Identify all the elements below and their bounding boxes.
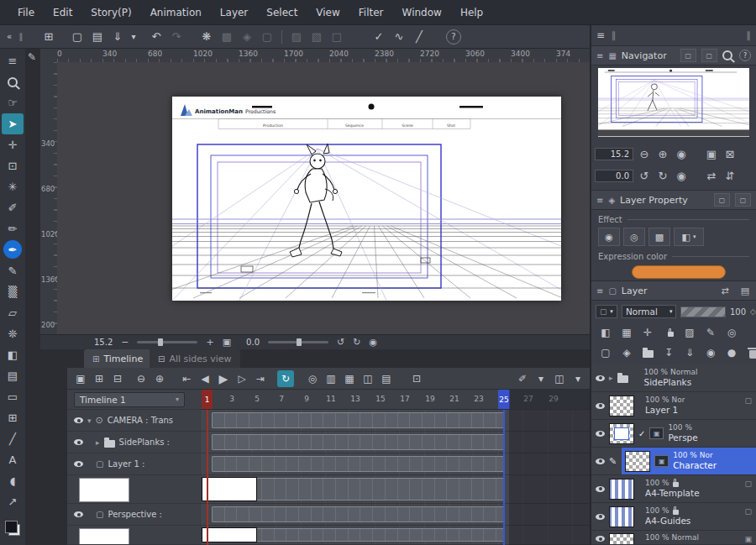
toolbar-grip-icon[interactable]: ∥ — [15, 28, 27, 46]
frame-ruler[interactable]: 1 3 5 7 9 11 13 15 17 19 21 23 25 27 29 — [202, 390, 590, 410]
eyedropper-tool[interactable]: ✐ — [2, 197, 24, 218]
zoom-in-icon[interactable]: + — [206, 337, 213, 348]
straight-line-button[interactable]: ╱ — [409, 28, 429, 46]
edit-timeline-button[interactable]: ✐ — [514, 370, 531, 387]
layer1-cel-preview[interactable] — [202, 477, 257, 501]
collapse-toolbar-icon[interactable]: « — [3, 28, 15, 46]
menu-item[interactable]: Edit — [44, 7, 81, 18]
sideplanks-clip-bar[interactable] — [212, 434, 504, 450]
airbrush-tool[interactable]: ▒ — [2, 281, 24, 302]
zoom-tool[interactable] — [2, 71, 24, 92]
fit-to-screen-icon[interactable]: ▣ — [223, 337, 231, 348]
rotate-cw-icon[interactable]: ↻ — [353, 337, 360, 348]
perspective-cel-preview[interactable] — [202, 527, 257, 542]
layer-thumbnail[interactable] — [609, 396, 634, 417]
specify-cel-button[interactable]: ▦ — [341, 370, 358, 387]
playback-end-marker[interactable]: 25 — [498, 390, 510, 410]
onion-skin-layer-button[interactable]: ◎ — [722, 324, 741, 341]
help-button[interactable]: ? — [446, 29, 461, 45]
balloon-tool[interactable]: ◖ — [2, 470, 24, 491]
perspective-visibility-eye-icon[interactable] — [74, 511, 83, 517]
check-icon[interactable]: ✓ — [638, 429, 645, 438]
nav-rotate-cw-button[interactable]: ↻ — [655, 168, 670, 183]
operation-tool[interactable]: ↗ — [2, 491, 24, 512]
snap-grid-button[interactable]: □ — [327, 28, 347, 46]
layer-palette-menu-icon[interactable]: ≡ — [596, 286, 603, 296]
sideplanks-visibility-eye-icon[interactable] — [74, 439, 83, 445]
enable-keyframes-button[interactable]: ✛ — [638, 324, 657, 341]
track-perspective[interactable]: ▢ Perspective : — [67, 504, 202, 526]
layer-thumbnail[interactable] — [625, 451, 650, 472]
zoom-slider[interactable] — [137, 341, 197, 343]
panel-menu-icon[interactable]: ≡ — [596, 29, 605, 41]
open-file-button[interactable]: ▤ — [87, 28, 108, 46]
set-as-draft-button[interactable]: ✎ — [701, 324, 720, 341]
folder-expand-icon[interactable]: ▸ — [609, 374, 613, 382]
layer1-cel-thumbnail[interactable] — [79, 478, 129, 502]
layer-thumbnail[interactable] — [609, 506, 634, 527]
menu-item[interactable]: Window — [393, 7, 451, 18]
perspective-cel-thumbnail[interactable] — [79, 528, 129, 545]
transfer-to-lower-button[interactable]: ↧ — [659, 344, 678, 361]
layer1-clip-bar[interactable] — [212, 456, 504, 472]
pen-tool[interactable]: ✒ — [3, 240, 22, 259]
menu-item[interactable]: File — [8, 7, 44, 18]
layer1-visibility-eye-icon[interactable] — [74, 461, 83, 467]
hand-tool[interactable]: ☞ — [2, 92, 24, 113]
merge-with-lower-button[interactable]: ⇓ — [680, 344, 699, 361]
previous-frame-button[interactable]: ◀ — [197, 370, 213, 387]
menu-item[interactable]: Select — [257, 7, 307, 18]
selection-tool[interactable]: ⊡ — [2, 155, 24, 176]
perspective-clip-bar[interactable] — [212, 506, 504, 522]
export-button[interactable]: ⇓ — [108, 28, 128, 46]
clip-to-layer-below-button[interactable]: ◧ — [596, 324, 615, 341]
rotate-ccw-icon[interactable]: ↺ — [337, 337, 344, 348]
lock-transparent-pixels-button[interactable]: ▨ — [680, 324, 699, 341]
tone-button[interactable]: ▦ — [617, 324, 636, 341]
nav-zoom-in-button[interactable]: ⊕ — [655, 146, 670, 161]
navigator-preview[interactable] — [591, 67, 756, 138]
subview-tab-button[interactable]: ▢ — [701, 49, 717, 62]
menu-item[interactable]: Animation — [141, 7, 211, 18]
navigator-zoom-icon[interactable] — [722, 50, 732, 60]
redo-button[interactable]: ↷ — [166, 28, 186, 46]
navigator-menu-icon[interactable]: ≡ — [596, 51, 603, 60]
playhead-line[interactable] — [207, 410, 208, 545]
layer-row-sideplanks[interactable]: ▸ 100 % Normal SidePlanks — [591, 364, 756, 392]
layer-row-partial[interactable]: 100 % Normal ▣ — [591, 531, 756, 545]
color-swatch[interactable] — [5, 521, 20, 536]
curve-pen-button[interactable]: ∿ — [389, 28, 409, 46]
onion-skin-button[interactable]: ◎ — [304, 370, 321, 387]
navigator-rotation-value[interactable]: 0.0 — [595, 170, 633, 182]
nav-zoom-out-button[interactable]: ⊖ — [637, 146, 652, 161]
tab-all-sides-view[interactable]: ⊟ All sides view — [150, 349, 240, 368]
layer-row-a4-template[interactable]: 100 % A4-Template ▢ — [591, 475, 756, 503]
marker-tool[interactable]: ✎ — [2, 260, 24, 281]
layer-visibility-eye-icon[interactable] — [596, 514, 605, 520]
layer-visibility-eye-icon[interactable] — [596, 403, 605, 409]
text-tool[interactable]: A — [2, 449, 24, 470]
current-frame-marker[interactable]: 1 — [202, 390, 213, 410]
timeline-more-icon[interactable]: ▾ — [570, 370, 586, 387]
snapshot-button[interactable]: ◉ — [701, 344, 720, 361]
new-file-button[interactable]: ▢ — [67, 28, 87, 46]
timeline-selector[interactable]: Timeline 1 ▾ — [74, 392, 185, 407]
layer-thumbnail[interactable] — [609, 479, 634, 500]
nav-actual-size-button[interactable]: ⊠ — [722, 146, 738, 161]
layer-visibility-eye-icon[interactable] — [596, 536, 605, 542]
next-frame-button[interactable]: ▷ — [234, 370, 250, 387]
nav-rotate-ccw-button[interactable]: ↺ — [637, 168, 652, 183]
export-dropdown-icon[interactable]: ▾ — [128, 28, 139, 46]
blend-mode-select[interactable]: Normal ▾ — [622, 305, 677, 318]
lock-layer-button[interactable] — [659, 324, 678, 341]
figure-tool[interactable]: ▭ — [2, 386, 24, 407]
rotation-slider[interactable] — [268, 341, 328, 343]
new-vector-layer-button[interactable]: ◈ — [617, 344, 636, 361]
layer-property-menu-icon[interactable]: ≡ — [596, 196, 603, 205]
timeline-spec2-button[interactable]: ⊟ — [109, 370, 126, 387]
layer-row-character[interactable]: ✎ ▣ 100 % Nor Character — [591, 448, 756, 475]
border-effect-button[interactable]: ◉ — [598, 228, 620, 246]
correct-line-button[interactable]: ✓ — [369, 28, 389, 46]
navigator-tab-button[interactable]: ▢ — [680, 49, 696, 62]
menu-item[interactable]: Filter — [349, 7, 393, 18]
